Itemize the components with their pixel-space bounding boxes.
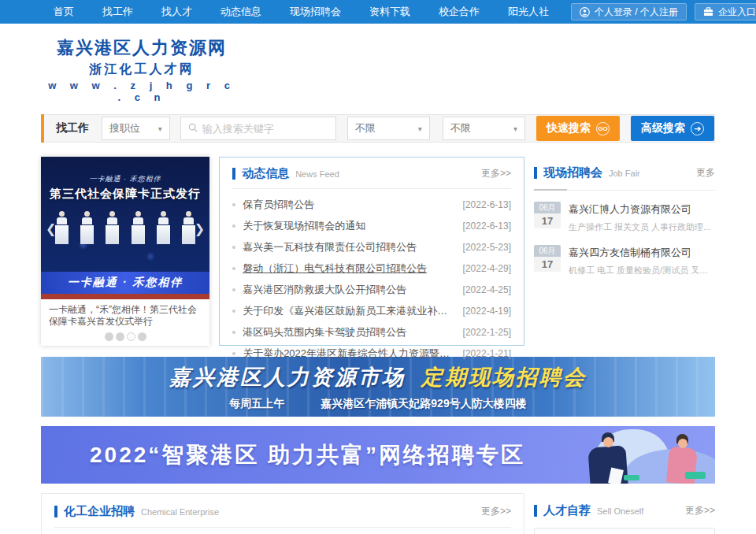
nav-item-job-fair[interactable]: 现场招聘会 xyxy=(276,0,355,24)
slide-podium-figures xyxy=(41,211,209,244)
news-list-item[interactable]: 嘉兴港区消防救援大队公开招聘公告 [2022-4-25] xyxy=(232,279,511,300)
carousel-dot-active[interactable] xyxy=(127,332,135,341)
news-list-item[interactable]: 嘉兴美一瓦科技有限责任公司招聘公告 [2022-5-23] xyxy=(232,236,511,258)
news-item-date: [2022-1-21] xyxy=(463,348,511,359)
talent-card[interactable]: P243243 男 ｜ 嘉兴市→嘉兴港区 ｜ 八年以上 xyxy=(534,528,715,534)
nav-item-find-job[interactable]: 找工作 xyxy=(88,0,147,24)
filter2-select[interactable]: 不限 ▾ xyxy=(443,117,525,140)
news-item-date: [2022-5-23] xyxy=(463,242,511,253)
person-icon xyxy=(580,7,590,17)
arrow-right-icon: ➜ xyxy=(691,122,704,135)
nav-item-find-talent[interactable]: 找人才 xyxy=(147,0,206,24)
people-illustration xyxy=(558,426,715,484)
news-list-item[interactable]: 港区码头范围内集卡驾驶员招聘公告 [2022-1-25] xyxy=(232,321,511,343)
news-item-title: 关于印发《嘉兴港区鼓励新员工来港就业补助操作... xyxy=(243,304,454,318)
enterprise-entry-button[interactable]: 企业入口 xyxy=(695,3,756,20)
news-panel-header: 动态信息 News Feed 更多>> xyxy=(232,166,511,189)
news-item-date: [2022-1-25] xyxy=(463,327,511,338)
bullet-icon xyxy=(232,331,235,334)
job-fair-item[interactable]: 06月 17 嘉兴四方友信制桶有限公司 机修工 电工 质量检验员/测试员 叉车.… xyxy=(534,245,715,276)
news-item-title: 保育员招聘公告 xyxy=(243,198,454,212)
talent-subtitle: Sell Oneself xyxy=(597,506,643,516)
date-badge-day: 17 xyxy=(534,257,561,272)
job-fair-company: 嘉兴汇博人力资源有限公司 xyxy=(569,202,715,217)
advanced-search-label: 高级搜索 xyxy=(641,121,685,135)
date-badge: 06月 17 xyxy=(534,245,561,276)
banner1-details: 每周五上午 嘉兴港区乍浦镇天妃路929号人防大楼四楼 xyxy=(229,397,526,411)
news-list-item[interactable]: 关于印发《嘉兴港区鼓励新员工来港就业补助操作... [2022-4-19] xyxy=(232,300,511,321)
search-type-select[interactable]: 搜职位 ▾ xyxy=(102,117,170,140)
nav-item-news[interactable]: 动态信息 xyxy=(206,0,276,24)
carousel-dots xyxy=(41,329,209,346)
job-fair-header: 现场招聘会 Job Fair 更多 xyxy=(534,165,715,180)
carousel-slide[interactable]: 一卡融通 · 禾您相伴 第三代社会保障卡正式发行 一卡融通 · 禾您相伴 xyxy=(41,157,209,299)
chevron-down-icon: ▾ xyxy=(513,124,517,133)
talent-panel: 人才自荐 Sell Oneself 更多>> P243243 男 ｜ 嘉兴市→嘉… xyxy=(534,493,715,534)
bullet-icon xyxy=(232,246,235,249)
job-fair-panel: 现场招聘会 Job Fair 更多 06月 17 嘉兴汇博人力资源有限公司 生产… xyxy=(534,157,715,346)
news-item-title: 嘉兴美一瓦科技有限责任公司招聘公告 xyxy=(243,240,454,254)
job-search-bar: 找工作 搜职位 ▾ 不限 ▾ 不限 ▾ 快速搜索 GO 高级搜索 ➜ xyxy=(41,114,715,143)
nav-item-sunshine-hr[interactable]: 阳光人社 xyxy=(494,0,563,24)
news-list-item[interactable]: 关于恢复现场招聘会的通知 [2022-6-13] xyxy=(232,215,511,236)
date-badge-day: 17 xyxy=(534,213,561,228)
go-icon: GO xyxy=(596,122,610,135)
job-fair-banner[interactable]: 嘉兴港区人力资源市场 定期现场招聘会 每周五上午 嘉兴港区乍浦镇天妃路929号人… xyxy=(41,357,715,417)
bullet-icon xyxy=(232,267,235,270)
site-name: 嘉兴港区人力资源网 xyxy=(43,36,240,60)
quick-search-label: 快速搜索 xyxy=(547,121,591,135)
news-more-link[interactable]: 更多>> xyxy=(481,167,511,180)
news-item-date: [2022-4-19] xyxy=(463,306,511,317)
top-navigation-bar: 首页 找工作 找人才 动态信息 现场招聘会 资料下载 校企合作 阳光人社 个人登… xyxy=(0,0,756,24)
quick-search-button[interactable]: 快速搜索 GO xyxy=(536,116,620,141)
online-recruitment-banner[interactable]: 2022“智聚港区 助力共富”网络招聘专区 xyxy=(41,426,715,484)
keyword-input[interactable] xyxy=(202,123,328,135)
job-fair-more-link[interactable]: 更多 xyxy=(696,166,715,180)
news-carousel: 一卡融通 · 禾您相伴 第三代社会保障卡正式发行 一卡融通 · 禾您相伴 ❮ ❯… xyxy=(41,157,209,346)
nav-item-downloads[interactable]: 资料下载 xyxy=(355,0,424,24)
banner1-schedule: 每周五上午 xyxy=(229,397,284,411)
filter1-select[interactable]: 不限 ▾ xyxy=(347,117,430,140)
banner1-title-white: 嘉兴港区人力资源市场 xyxy=(169,363,406,391)
slide-stage-floor xyxy=(41,294,209,299)
banner1-title-yellow: 定期现场招聘会 xyxy=(421,363,587,391)
advanced-search-button[interactable]: 高级搜索 ➜ xyxy=(631,116,714,141)
section-bar xyxy=(54,506,57,517)
banner1-address: 嘉兴港区乍浦镇天妃路929号人防大楼四楼 xyxy=(321,397,526,411)
carousel-dot[interactable] xyxy=(105,332,113,341)
filter2-value: 不限 xyxy=(450,121,471,135)
carousel-prev-arrow[interactable]: ❮ xyxy=(46,221,56,236)
bullet-icon xyxy=(232,310,235,313)
job-fair-item[interactable]: 06月 17 嘉兴汇博人力资源有限公司 生产操作工 报关文员 人事行政助理... xyxy=(534,202,715,233)
bullet-icon xyxy=(232,288,235,291)
news-list-item-hovered[interactable]: 磐动（浙江）电气科技有限公司招聘公告 [2022-4-29] xyxy=(232,258,511,279)
site-url: w w w . z j h g r c . c n xyxy=(43,80,240,103)
carousel-caption[interactable]: 一卡融通，“禾”您相伴！第三代社会保障卡嘉兴首发仪式举行 xyxy=(41,299,209,329)
carousel-dot[interactable] xyxy=(138,332,146,341)
search-accent-bar xyxy=(41,114,44,143)
talent-title: 人才自荐 xyxy=(543,503,591,518)
talent-panel-header: 人才自荐 Sell Oneself 更多>> xyxy=(534,503,715,518)
news-list-item[interactable]: 关于举办2022年港区新春综合性人力资源暨春风... [2022-1-21] xyxy=(232,343,511,364)
personal-login-register-button[interactable]: 个人登录 / 个人注册 xyxy=(571,3,687,20)
news-list: 保育员招聘公告 [2022-6-13] 关于恢复现场招聘会的通知 [2022-6… xyxy=(232,194,511,364)
slide-title-text: 第三代社会保障卡正式发行 xyxy=(41,187,209,202)
news-item-title: 关于恢复现场招聘会的通知 xyxy=(243,219,454,233)
carousel-dot[interactable] xyxy=(116,332,124,341)
banner2-title: 2022“智聚港区 助力共富”网络招聘专区 xyxy=(90,440,525,470)
news-list-item[interactable]: 保育员招聘公告 [2022-6-13] xyxy=(232,194,511,215)
news-subtitle: News Feed xyxy=(295,169,339,179)
chemical-more-link[interactable]: 更多>> xyxy=(481,505,511,518)
enterprise-entry-label: 企业入口 xyxy=(718,6,756,19)
nav-item-school-cooperation[interactable]: 校企合作 xyxy=(424,0,494,24)
site-logo[interactable]: 嘉兴港区人力资源网 浙江化工人才网 w w w . z j h g r c . … xyxy=(43,36,240,103)
search-label: 找工作 xyxy=(56,121,89,135)
chemical-title: 化工企业招聘 xyxy=(64,504,135,519)
search-icon xyxy=(188,121,198,135)
nav-item-home[interactable]: 首页 xyxy=(39,0,88,24)
talent-more-link[interactable]: 更多>> xyxy=(685,504,715,517)
carousel-next-arrow[interactable]: ❯ xyxy=(195,221,205,236)
news-item-title: 磐动（浙江）电气科技有限公司招聘公告 xyxy=(243,261,454,276)
filter1-value: 不限 xyxy=(355,121,376,135)
news-item-date: [2022-4-29] xyxy=(463,263,511,274)
